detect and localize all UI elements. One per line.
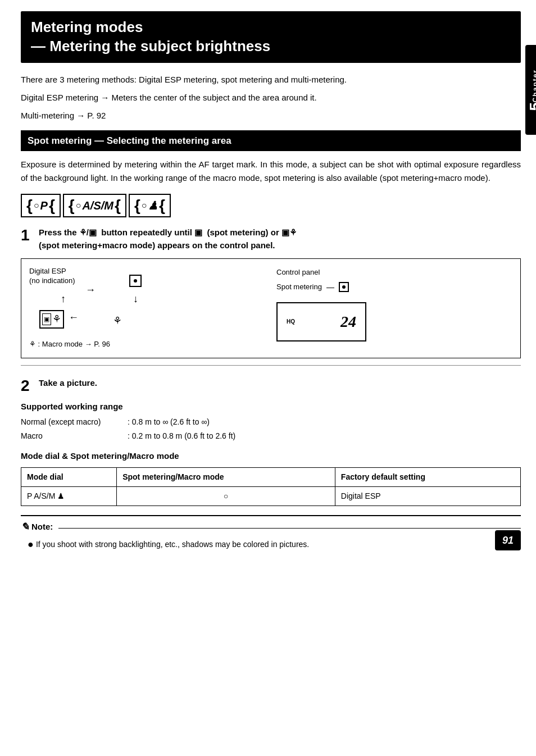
col-header-1: Mode dial <box>21 467 117 486</box>
spot-dot <box>342 285 346 289</box>
macro-icon-left: ▣ ⚘ <box>39 310 64 329</box>
working-range-title: Supported working range <box>21 400 521 413</box>
arrow-up-1: ↑ <box>61 292 66 307</box>
step1-content: Press the ⚘/▣ button repeatedly until ▣ … <box>39 226 521 252</box>
mode-dial-table: Mode dial Spot metering/Macro mode Facto… <box>21 467 521 506</box>
intro-line1: There are 3 metering methods: Digital ES… <box>21 73 521 86</box>
main-title-box: Metering modes — Metering the subject br… <box>21 11 521 63</box>
chapter-label: Chapter <box>530 69 536 102</box>
note-item-1-text: If you shoot with strong backlighting, e… <box>36 538 309 550</box>
col-header-2: Spot metering/Macro mode <box>117 467 335 486</box>
table-cell-2: ○ <box>117 486 335 505</box>
dot-center <box>134 279 137 283</box>
hq-label: HQ <box>287 317 295 326</box>
arrow-right-1: → <box>85 283 96 298</box>
diagram-right: Control panel Spot metering — HQ 24 <box>276 267 512 341</box>
page-number-box: 91 <box>495 530 521 550</box>
table-row: P A/S/M ♟ ○ Digital ESP <box>21 486 521 505</box>
step2-title: Take a picture. <box>39 377 521 390</box>
spot-metering-label: Spot metering <box>276 281 322 293</box>
control-panel-inner: HQ 24 <box>284 308 358 336</box>
control-panel-box: HQ 24 <box>276 302 366 341</box>
note-content: ● If you shoot with strong backlighting,… <box>21 538 521 550</box>
dot-box-top <box>129 275 142 287</box>
step1-title: Press the ⚘/▣ button repeatedly until ▣ … <box>39 226 521 252</box>
range-label-1: Normal (except macro) <box>21 415 128 429</box>
note-title: ✎ Note: <box>21 520 521 535</box>
mode-icon-portrait: { ○♟ } <box>129 194 171 217</box>
bullet-icon: ● <box>28 539 34 550</box>
cycle-diagram: Digital ESP (no indication) → ↓ ↑ ▣ ⚘ <box>29 267 153 334</box>
range-value-2: : 0.2 m to 0.8 m (0.6 ft to 2.6 ft) <box>128 429 235 443</box>
main-title-line2: — Metering the subject brightness <box>31 38 270 54</box>
step2-row: 2 Take a picture. <box>21 377 521 394</box>
flower-icon-right: ⚘ <box>113 313 122 329</box>
dash-icon: — <box>326 281 334 293</box>
digital-esp-label-text: Digital ESP (no indication) <box>29 267 75 285</box>
step1-container: 1 Press the ⚘/▣ button repeatedly until … <box>21 226 521 252</box>
arrow-down-1: ↓ <box>133 292 138 307</box>
step1-number: 1 <box>21 227 39 252</box>
range-label-2: Macro <box>21 429 128 443</box>
mode-dial-title: Mode dial & Spot metering/Macro mode <box>21 450 521 463</box>
chapter-number: 5 <box>524 102 536 111</box>
diagram-left: Digital ESP (no indication) → ↓ ↑ ▣ ⚘ <box>29 267 265 350</box>
arrow-left-1: ← <box>69 310 79 325</box>
section-text: Exposure is determined by metering withi… <box>21 158 521 185</box>
step2-number: 2 <box>21 378 39 394</box>
digital-esp-label: Digital ESP (no indication) <box>29 267 75 286</box>
col-header-3: Factory default setting <box>335 467 520 486</box>
mode-icon-asm: { ○A/S/M } <box>63 194 126 217</box>
table-cell-1: P A/S/M ♟ <box>21 486 117 505</box>
diagram-area: Digital ESP (no indication) → ↓ ↑ ▣ ⚘ <box>21 258 521 358</box>
note-title-text: Note: <box>31 521 53 534</box>
flower-icon: ⚘ <box>52 312 61 327</box>
range-value-1: : 0.8 m to ∞ (2.6 ft to ∞) <box>128 415 210 429</box>
dot-box-small: ▣ <box>42 313 51 325</box>
note-icon: ✎ <box>21 520 29 535</box>
mode-icons-row: { ○P } { ○A/S/M } { ○♟ } <box>21 194 521 217</box>
mode-icon-p: { ○P } <box>21 194 61 217</box>
step2-content: Take a picture. <box>39 377 521 394</box>
spot-metering-row: Spot metering — <box>276 281 349 293</box>
note-box: ✎ Note: ● If you shoot with strong backl… <box>21 515 521 550</box>
note-line <box>58 528 521 529</box>
intro-line2: Digital ESP metering → Meters the center… <box>21 91 521 104</box>
macro-note: ⚘ : Macro mode → P. 96 <box>29 339 265 350</box>
main-title-line1: Metering modes <box>31 19 143 35</box>
chapter-sidebar: Chapter 5 <box>525 45 536 135</box>
table-cell-3: Digital ESP <box>335 486 520 505</box>
range-row-2: Macro : 0.2 m to 0.8 m (0.6 ft to 2.6 ft… <box>21 429 521 443</box>
working-range-section: Supported working range Normal (except m… <box>21 400 521 444</box>
range-row-1: Normal (except macro) : 0.8 m to ∞ (2.6 … <box>21 415 521 429</box>
step2-container: 2 Take a picture. <box>21 365 521 394</box>
note-item-1: ● If you shoot with strong backlighting,… <box>28 538 521 550</box>
table-header-row: Mode dial Spot metering/Macro mode Facto… <box>21 467 521 486</box>
spot-dot-box <box>339 282 349 292</box>
working-range-rows: Normal (except macro) : 0.8 m to ∞ (2.6 … <box>21 415 521 443</box>
intro-line3: Multi-metering → P. 92 <box>21 109 521 122</box>
counter-display: 24 <box>340 310 356 334</box>
control-panel-label: Control panel <box>276 267 320 278</box>
mode-dial-section: Mode dial & Spot metering/Macro mode Mod… <box>21 450 521 506</box>
section-heading: Spot metering — Selecting the metering a… <box>21 130 521 152</box>
